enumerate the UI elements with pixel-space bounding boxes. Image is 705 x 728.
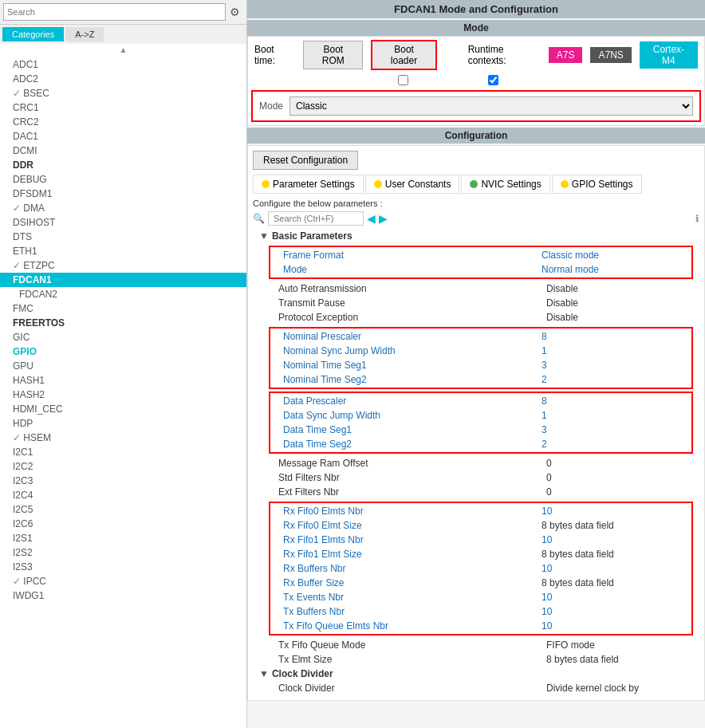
prev-arrow-icon[interactable]: ◀ [367,212,376,225]
tab-gpio-settings[interactable]: GPIO Settings [552,175,642,194]
sidebar-item-i2c4[interactable]: I2C4 [0,488,246,502]
param-name-tx-fifo-elmts: Tx Fifo Queue Elmts Nbr [277,620,542,632]
param-search-input[interactable] [268,211,364,226]
param-row-msg-ram[interactable]: Message Ram Offset 0 [269,456,693,470]
sidebar-item-gpu[interactable]: GPU [0,359,246,373]
param-row-data-sjw[interactable]: Data Sync Jump Width 1 [274,408,688,423]
gear-icon[interactable]: ⚙ [226,3,243,21]
sidebar-item-debug[interactable]: DEBUG [0,172,246,187]
sidebar-item-i2c2[interactable]: I2C2 [0,459,246,474]
param-row-nom-seg1[interactable]: Nominal Time Seg1 3 [274,358,688,372]
a7s-button[interactable]: A7S [549,47,583,63]
sidebar-item-crc2[interactable]: CRC2 [0,115,246,129]
sidebar-item-i2s2[interactable]: I2S2 [0,545,246,560]
sidebar-item-dcmi[interactable]: DCMI [0,144,246,158]
sidebar-item-dac1[interactable]: DAC1 [0,129,246,144]
tab-nvic-settings[interactable]: NVIC Settings [461,175,549,194]
tab-categories[interactable]: Categories [2,27,64,41]
cortex-checkbox[interactable] [488,75,498,85]
param-row-clock-divider[interactable]: Clock Divider Divide kernel clock by [269,681,693,695]
tab-parameter-settings[interactable]: Parameter Settings [253,175,364,194]
mode-select[interactable]: Classic FD [289,96,693,116]
info-icon[interactable]: ℹ [695,213,699,224]
param-name-frame-format: Frame Format [277,250,542,261]
sidebar-item-i2c5[interactable]: I2C5 [0,502,246,517]
sidebar-item-i2c3[interactable]: I2C3 [0,474,246,488]
sidebar-item-eth1[interactable]: ETH1 [0,244,246,258]
param-row-tx-events-nbr[interactable]: Tx Events Nbr 10 [274,590,688,604]
sidebar-item-hdp[interactable]: HDP [0,416,246,431]
sidebar-item-freertos[interactable]: FREERTOS [0,316,246,330]
runtime-label: Runtime contexts: [468,44,541,66]
sidebar-item-dfsdm1[interactable]: DFSDM1 [0,187,246,201]
sidebar-item-etzpc[interactable]: ETZPC [0,258,246,273]
sidebar-item-bsec[interactable]: BSEC [0,86,246,100]
param-row-transmit-pause[interactable]: Transmit Pause Disable [269,296,693,310]
sidebar-item-ipcc[interactable]: IPCC [0,574,246,588]
sidebar-item-crc1[interactable]: CRC1 [0,100,246,115]
tab-user-constants-label: User Constants [385,179,451,190]
param-row-std-filters[interactable]: Std Filters Nbr 0 [269,470,693,485]
param-row-tx-buf-nbr[interactable]: Tx Buffers Nbr 10 [274,604,688,619]
sidebar-item-i2s3[interactable]: I2S3 [0,560,246,574]
sidebar-item-hash2[interactable]: HASH2 [0,388,246,402]
sidebar-scroll-up[interactable]: ▲ [0,44,246,56]
sidebar-item-dts[interactable]: DTS [0,230,246,244]
param-row-mode[interactable]: Mode Normal mode [274,262,688,277]
param-value-nom-sjw: 1 [542,345,685,356]
sidebar-item-i2c1[interactable]: I2C1 [0,445,246,459]
a7ns-checkbox[interactable] [398,75,408,85]
param-row-nom-prescaler[interactable]: Nominal Prescaler 8 [274,329,688,344]
sidebar-item-i2c6[interactable]: I2C6 [0,517,246,531]
tab-parameter-settings-label: Parameter Settings [273,179,355,190]
sidebar-item-iwdg1[interactable]: IWDG1 [0,588,246,603]
clock-divider-header[interactable]: ▼ Clock Divider [259,667,693,681]
boot-loader-button[interactable]: Boot loader [371,40,436,70]
mode-section: Boot time: Boot ROM Boot loader Runtime … [247,36,705,126]
param-row-rx-fifo1-size[interactable]: Rx Fifo1 Elmt Size 8 bytes data field [274,547,688,561]
sidebar-item-fdcan2[interactable]: FDCAN2 [0,287,246,301]
sidebar-item-fmc[interactable]: FMC [0,301,246,316]
cortex-m4-button[interactable]: Cortex-M4 [640,41,698,69]
param-name-rx-fifo1-nbr: Rx Fifo1 Elmts Nbr [277,534,542,545]
basic-params-header[interactable]: ▼ Basic Parameters [259,229,693,243]
tab-user-constants[interactable]: User Constants [365,175,460,194]
parameter-settings-dot [262,180,270,188]
param-row-rx-buf-nbr[interactable]: Rx Buffers Nbr 10 [274,561,688,576]
param-row-rx-fifo0-size[interactable]: Rx Fifo0 Elmt Size 8 bytes data field [274,518,688,533]
sidebar-item-hdmi-cec[interactable]: HDMI_CEC [0,402,246,416]
param-row-tx-fifo-elmts[interactable]: Tx Fifo Queue Elmts Nbr 10 [274,619,688,633]
param-row-data-seg1[interactable]: Data Time Seg1 3 [274,423,688,437]
sidebar-item-adc1[interactable]: ADC1 [0,57,246,72]
param-row-data-seg2[interactable]: Data Time Seg2 2 [274,437,688,451]
tab-az[interactable]: A->Z [65,27,104,41]
sidebar-item-ddr[interactable]: DDR [0,158,246,172]
sidebar-item-hash1[interactable]: HASH1 [0,373,246,388]
param-row-ext-filters[interactable]: Ext Filters Nbr 0 [269,485,693,499]
reset-config-button[interactable]: Reset Configuration [253,151,358,170]
next-arrow-icon[interactable]: ▶ [379,212,388,225]
sidebar-item-gpio[interactable]: GPIO [0,344,246,359]
param-row-nom-sjw[interactable]: Nominal Sync Jump Width 1 [274,344,688,358]
param-row-rx-buf-size[interactable]: Rx Buffer Size 8 bytes data field [274,576,688,590]
param-row-frame-format[interactable]: Frame Format Classic mode [274,248,688,262]
param-row-rx-fifo0-nbr[interactable]: Rx Fifo0 Elmts Nbr 10 [274,504,688,518]
search-input[interactable] [3,3,226,21]
sidebar-item-hsem[interactable]: HSEM [0,431,246,445]
a7ns-button[interactable]: A7NS [590,47,631,63]
param-row-nom-seg2[interactable]: Nominal Time Seg2 2 [274,372,688,387]
param-row-tx-fifo-mode[interactable]: Tx Fifo Queue Mode FIFO mode [269,638,693,652]
param-row-protocol-exception[interactable]: Protocol Exception Disable [269,310,693,325]
param-row-tx-elmt-size[interactable]: Tx Elmt Size 8 bytes data field [269,652,693,667]
sidebar-item-fdcan1[interactable]: FDCAN1 [0,273,246,287]
param-row-auto-retrans[interactable]: Auto Retransmission Disable [269,281,693,296]
param-row-rx-fifo1-nbr[interactable]: Rx Fifo1 Elmts Nbr 10 [274,533,688,547]
sidebar-item-gic[interactable]: GIC [0,330,246,344]
sidebar-item-i2s1[interactable]: I2S1 [0,531,246,545]
param-value-tx-elmt-size: 8 bytes data field [546,654,690,665]
sidebar-item-dma[interactable]: DMA [0,201,246,215]
sidebar-item-adc2[interactable]: ADC2 [0,72,246,86]
param-row-data-prescaler[interactable]: Data Prescaler 8 [274,394,688,408]
boot-rom-button[interactable]: Boot ROM [303,41,363,69]
sidebar-item-dsihost[interactable]: DSIHOST [0,215,246,230]
